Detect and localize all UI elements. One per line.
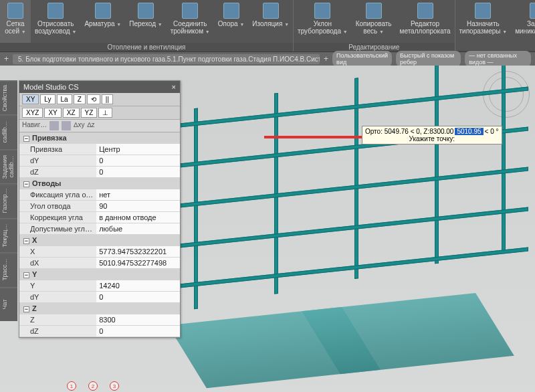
- property-label: dX: [19, 258, 96, 268]
- view-tag[interactable]: — нет связанных видов —: [465, 51, 531, 67]
- toolbar-item[interactable]: ∆xy: [74, 121, 84, 130]
- chevron-down-icon: ▼: [205, 29, 210, 34]
- property-value[interactable]: 0: [96, 155, 180, 166]
- property-value[interactable]: 14240: [96, 280, 180, 291]
- property-row[interactable]: dY0: [19, 292, 180, 303]
- panel-toolbar: Навиг…∆xy∆z: [19, 120, 180, 132]
- property-group-header[interactable]: −Z: [19, 303, 180, 314]
- collapse-icon[interactable]: −: [23, 238, 29, 244]
- view-tag[interactable]: Пользовательский вид: [332, 51, 392, 67]
- property-value[interactable]: 90: [96, 201, 180, 211]
- toolbar-item[interactable]: Навиг…: [22, 121, 47, 130]
- property-row[interactable]: dZ0: [19, 326, 180, 337]
- property-value[interactable]: 5773.947532322201: [96, 246, 180, 257]
- property-row[interactable]: X5773.947532322201: [19, 246, 180, 258]
- property-group-header[interactable]: −Привязка: [19, 132, 180, 144]
- property-value[interactable]: нет: [96, 189, 180, 200]
- property-group-header[interactable]: −X: [19, 235, 180, 246]
- collapse-icon[interactable]: −: [23, 272, 29, 278]
- property-value: [96, 303, 180, 314]
- close-icon[interactable]: ×: [172, 83, 176, 91]
- property-row[interactable]: Z8300: [19, 314, 180, 326]
- panel-tab[interactable]: ||: [102, 94, 113, 104]
- panel-title: Model Studio CS: [23, 83, 79, 91]
- axis-marker: 2: [88, 381, 98, 391]
- side-tab[interactable]: Трасс…: [0, 252, 17, 286]
- add-tab-button[interactable]: +: [324, 54, 328, 64]
- toolbar-item[interactable]: ∆z: [87, 121, 94, 130]
- property-value: [96, 269, 180, 280]
- view-tag[interactable]: Быстрый с показом ребер: [396, 51, 461, 67]
- ribbon-button[interactable]: Изоляция ▼: [248, 0, 293, 43]
- property-row[interactable]: dZ0: [19, 167, 180, 178]
- ribbon-icon: [475, 3, 491, 19]
- ribbon-button[interactable]: Соединить тройником ▼: [167, 0, 214, 43]
- panel-tab[interactable]: La: [57, 94, 72, 104]
- panel-tab[interactable]: XY: [44, 108, 61, 118]
- ribbon-button[interactable]: Назначить типоразмеры ▼: [455, 0, 512, 50]
- axis-markers: 1 2 3: [67, 381, 119, 391]
- ribbon-button-label: Редактор металлопроката: [400, 20, 451, 35]
- ribbon-button[interactable]: Задать миникаталог ▼: [511, 0, 535, 50]
- ribbon-icon: [314, 3, 330, 19]
- side-tab[interactable]: Чат: [0, 287, 17, 321]
- property-value[interactable]: 0: [96, 292, 180, 302]
- ribbon-button[interactable]: Сетка осей ▼: [0, 0, 31, 43]
- collapse-icon[interactable]: −: [23, 306, 29, 312]
- property-value[interactable]: 8300: [96, 314, 180, 325]
- property-value[interactable]: 0: [96, 326, 180, 336]
- side-tab[interactable]: Текущ…: [0, 218, 17, 252]
- property-value[interactable]: Центр: [96, 144, 180, 155]
- property-group-header[interactable]: −Y: [19, 269, 180, 280]
- panel-tab[interactable]: ⊥: [98, 108, 112, 118]
- property-value[interactable]: любые: [96, 223, 180, 234]
- ribbon-button[interactable]: Уклон трубопровода ▼: [294, 0, 352, 43]
- collapse-icon[interactable]: −: [23, 181, 29, 187]
- property-label: −X: [19, 235, 96, 246]
- panel-tab[interactable]: XYZ: [22, 108, 43, 118]
- property-row[interactable]: Коррекция углав данном отводе: [19, 212, 180, 223]
- tooltip-angle-text: < 0 °: [485, 128, 499, 135]
- property-row[interactable]: ПривязкаЦентр: [19, 144, 180, 155]
- side-tab[interactable]: Свойства: [0, 80, 17, 114]
- panel-header[interactable]: Model Studio CS ×: [19, 81, 180, 93]
- ribbon-button[interactable]: Опора ▼: [214, 0, 249, 43]
- property-group-header[interactable]: −Отводы: [19, 178, 180, 189]
- panel-tab[interactable]: Ly: [40, 94, 55, 104]
- property-row[interactable]: Допустимые углы при тра…любые: [19, 223, 180, 235]
- property-row[interactable]: dX5010.947532277498: [19, 258, 180, 269]
- ribbon-button-label: Назначить типоразмеры ▼: [459, 20, 508, 35]
- property-value[interactable]: 0: [96, 167, 180, 177]
- toolbar-item[interactable]: [62, 121, 71, 130]
- ribbon-button[interactable]: Редактор металлопроката: [396, 0, 455, 43]
- ribbon-button[interactable]: Копировать весь ▼: [352, 0, 396, 43]
- panel-tab[interactable]: ⟲: [87, 94, 100, 104]
- side-tab[interactable]: cadlib…: [0, 114, 17, 149]
- panel-tab[interactable]: XZ: [63, 108, 80, 118]
- property-value[interactable]: в данном отводе: [96, 212, 180, 223]
- property-value[interactable]: 5010.947532277498: [96, 258, 180, 268]
- ribbon-button[interactable]: Арматура ▼: [80, 0, 125, 43]
- property-label: Z: [19, 314, 96, 325]
- beam: [167, 87, 528, 129]
- property-row[interactable]: Угол отвода90: [19, 201, 180, 212]
- panel-tab[interactable]: XY: [22, 94, 39, 104]
- panel-tab[interactable]: YZ: [81, 108, 98, 118]
- collapse-icon[interactable]: −: [23, 136, 29, 142]
- property-row[interactable]: Y14240: [19, 280, 180, 292]
- side-tab[interactable]: Газопр…: [0, 183, 17, 217]
- panel-tab-row-1: XYLyLaZ⟲||: [19, 93, 180, 106]
- add-tab-button[interactable]: +: [4, 54, 9, 64]
- property-row[interactable]: dY0: [19, 155, 180, 167]
- toolbar-item[interactable]: [49, 121, 59, 130]
- property-row[interactable]: Фиксация угла отводанет: [19, 189, 180, 201]
- property-grid[interactable]: −ПривязкаПривязкаЦентрdY0dZ0−ОтводыФикса…: [19, 132, 180, 337]
- panel-tab[interactable]: Z: [74, 94, 86, 104]
- document-tab[interactable]: 5. Блок подготовки топливного и пусковог…: [13, 54, 320, 64]
- property-label: Y: [19, 280, 96, 291]
- ribbon-button[interactable]: Переход ▼: [125, 0, 166, 43]
- ribbon-button-label: Сетка осей ▼: [5, 20, 25, 35]
- side-tab[interactable]: Задания cadlib…: [0, 149, 17, 183]
- tooltip-input-value[interactable]: 5010.95: [455, 128, 483, 135]
- ribbon-button[interactable]: Отрисовать воздуховод ▼: [31, 0, 80, 43]
